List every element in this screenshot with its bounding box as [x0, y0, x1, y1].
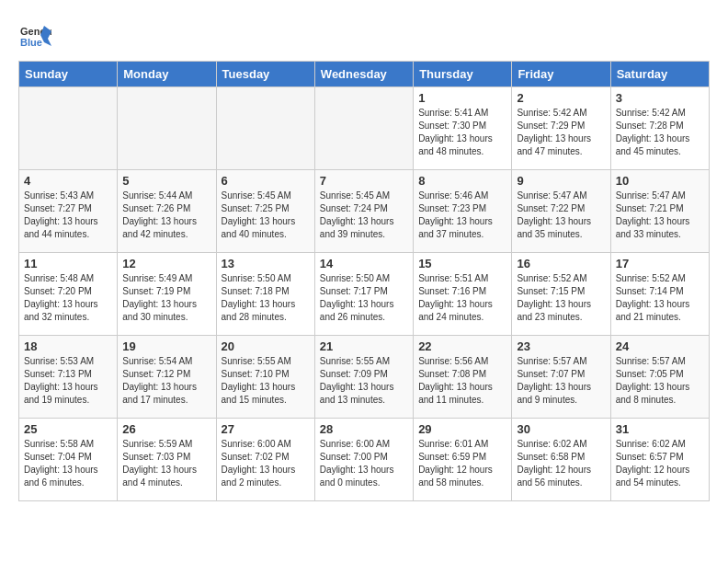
- day-info: Sunrise: 5:48 AM Sunset: 7:20 PM Dayligh…: [24, 272, 112, 324]
- calendar-cell: 31Sunrise: 6:02 AM Sunset: 6:57 PM Dayli…: [610, 419, 709, 501]
- day-info: Sunrise: 5:57 AM Sunset: 7:05 PM Dayligh…: [616, 355, 704, 407]
- calendar-cell: 17Sunrise: 5:52 AM Sunset: 7:14 PM Dayli…: [610, 253, 709, 336]
- calendar-cell: 5Sunrise: 5:44 AM Sunset: 7:26 PM Daylig…: [118, 170, 216, 253]
- day-number: 19: [122, 339, 210, 353]
- calendar-cell: 18Sunrise: 5:53 AM Sunset: 7:13 PM Dayli…: [19, 336, 118, 419]
- calendar-cell: 8Sunrise: 5:46 AM Sunset: 7:23 PM Daylig…: [414, 170, 512, 253]
- calendar-cell: 7Sunrise: 5:45 AM Sunset: 7:24 PM Daylig…: [314, 170, 413, 253]
- day-number: 18: [24, 339, 112, 353]
- weekday-header-friday: Friday: [512, 62, 610, 87]
- day-info: Sunrise: 5:45 AM Sunset: 7:24 PM Dayligh…: [320, 190, 408, 241]
- calendar-cell: [118, 87, 216, 170]
- day-info: Sunrise: 5:44 AM Sunset: 7:26 PM Dayligh…: [122, 190, 210, 241]
- calendar-cell: 13Sunrise: 5:50 AM Sunset: 7:18 PM Dayli…: [216, 253, 314, 336]
- day-info: Sunrise: 5:42 AM Sunset: 7:28 PM Dayligh…: [616, 107, 704, 158]
- day-info: Sunrise: 5:43 AM Sunset: 7:27 PM Dayligh…: [24, 190, 112, 241]
- day-number: 21: [320, 339, 408, 353]
- weekday-header-saturday: Saturday: [610, 62, 709, 87]
- day-info: Sunrise: 5:59 AM Sunset: 7:03 PM Dayligh…: [122, 438, 210, 489]
- calendar-cell: 6Sunrise: 5:45 AM Sunset: 7:25 PM Daylig…: [216, 170, 314, 253]
- week-row-4: 18Sunrise: 5:53 AM Sunset: 7:13 PM Dayli…: [19, 336, 710, 419]
- day-number: 9: [517, 174, 605, 188]
- calendar-cell: 28Sunrise: 6:00 AM Sunset: 7:00 PM Dayli…: [314, 419, 413, 501]
- calendar-cell: [19, 87, 118, 170]
- day-number: 8: [418, 174, 506, 188]
- day-number: 15: [418, 257, 506, 270]
- day-info: Sunrise: 5:54 AM Sunset: 7:12 PM Dayligh…: [122, 355, 210, 407]
- day-info: Sunrise: 6:01 AM Sunset: 6:59 PM Dayligh…: [418, 438, 506, 489]
- day-info: Sunrise: 5:50 AM Sunset: 7:17 PM Dayligh…: [320, 272, 408, 324]
- day-number: 5: [122, 174, 210, 188]
- day-info: Sunrise: 5:41 AM Sunset: 7:30 PM Dayligh…: [418, 107, 506, 158]
- day-number: 31: [616, 422, 704, 436]
- weekday-header-wednesday: Wednesday: [314, 62, 413, 87]
- day-number: 25: [24, 422, 112, 436]
- calendar-cell: 2Sunrise: 5:42 AM Sunset: 7:29 PM Daylig…: [512, 87, 610, 170]
- day-number: 12: [122, 257, 210, 270]
- calendar-cell: 11Sunrise: 5:48 AM Sunset: 7:20 PM Dayli…: [19, 253, 118, 336]
- calendar-cell: 1Sunrise: 5:41 AM Sunset: 7:30 PM Daylig…: [414, 87, 512, 170]
- calendar-cell: 22Sunrise: 5:56 AM Sunset: 7:08 PM Dayli…: [414, 336, 512, 419]
- week-row-5: 25Sunrise: 5:58 AM Sunset: 7:04 PM Dayli…: [19, 419, 710, 501]
- day-info: Sunrise: 6:02 AM Sunset: 6:58 PM Dayligh…: [517, 438, 605, 489]
- day-number: 20: [222, 339, 310, 353]
- day-info: Sunrise: 5:52 AM Sunset: 7:15 PM Dayligh…: [517, 272, 605, 324]
- week-row-1: 1Sunrise: 5:41 AM Sunset: 7:30 PM Daylig…: [19, 87, 710, 170]
- day-info: Sunrise: 5:56 AM Sunset: 7:08 PM Dayligh…: [418, 355, 506, 407]
- day-number: 23: [517, 339, 605, 353]
- day-number: 16: [517, 257, 605, 270]
- calendar-cell: 12Sunrise: 5:49 AM Sunset: 7:19 PM Dayli…: [118, 253, 216, 336]
- calendar-cell: 19Sunrise: 5:54 AM Sunset: 7:12 PM Dayli…: [118, 336, 216, 419]
- day-info: Sunrise: 5:53 AM Sunset: 7:13 PM Dayligh…: [24, 355, 112, 407]
- day-number: 3: [616, 91, 704, 105]
- logo: General Blue: [18, 18, 55, 52]
- day-info: Sunrise: 6:00 AM Sunset: 7:02 PM Dayligh…: [222, 438, 310, 489]
- calendar-cell: 4Sunrise: 5:43 AM Sunset: 7:27 PM Daylig…: [19, 170, 118, 253]
- day-number: 2: [517, 91, 605, 105]
- day-number: 26: [122, 422, 210, 436]
- calendar-cell: 20Sunrise: 5:55 AM Sunset: 7:10 PM Dayli…: [216, 336, 314, 419]
- calendar-cell: 14Sunrise: 5:50 AM Sunset: 7:17 PM Dayli…: [314, 253, 413, 336]
- calendar-cell: [216, 87, 314, 170]
- weekday-header-tuesday: Tuesday: [216, 62, 314, 87]
- calendar-table: SundayMondayTuesdayWednesdayThursdayFrid…: [18, 61, 710, 501]
- calendar-cell: 9Sunrise: 5:47 AM Sunset: 7:22 PM Daylig…: [512, 170, 610, 253]
- page-header: General Blue: [18, 18, 710, 52]
- calendar-cell: 25Sunrise: 5:58 AM Sunset: 7:04 PM Dayli…: [19, 419, 118, 501]
- day-info: Sunrise: 5:49 AM Sunset: 7:19 PM Dayligh…: [122, 272, 210, 324]
- day-info: Sunrise: 5:50 AM Sunset: 7:18 PM Dayligh…: [222, 272, 310, 324]
- weekday-header-thursday: Thursday: [414, 62, 512, 87]
- day-info: Sunrise: 6:02 AM Sunset: 6:57 PM Dayligh…: [616, 438, 704, 489]
- weekday-header-row: SundayMondayTuesdayWednesdayThursdayFrid…: [19, 62, 710, 87]
- day-info: Sunrise: 5:42 AM Sunset: 7:29 PM Dayligh…: [517, 107, 605, 158]
- day-number: 1: [418, 91, 506, 105]
- week-row-2: 4Sunrise: 5:43 AM Sunset: 7:27 PM Daylig…: [19, 170, 710, 253]
- week-row-3: 11Sunrise: 5:48 AM Sunset: 7:20 PM Dayli…: [19, 253, 710, 336]
- logo-icon: General Blue: [18, 18, 51, 52]
- calendar-cell: 26Sunrise: 5:59 AM Sunset: 7:03 PM Dayli…: [118, 419, 216, 501]
- day-info: Sunrise: 5:51 AM Sunset: 7:16 PM Dayligh…: [418, 272, 506, 324]
- day-number: 14: [320, 257, 408, 270]
- day-info: Sunrise: 5:55 AM Sunset: 7:09 PM Dayligh…: [320, 355, 408, 407]
- day-number: 7: [320, 174, 408, 188]
- day-info: Sunrise: 5:57 AM Sunset: 7:07 PM Dayligh…: [517, 355, 605, 407]
- day-info: Sunrise: 5:46 AM Sunset: 7:23 PM Dayligh…: [418, 190, 506, 241]
- day-number: 6: [222, 174, 310, 188]
- calendar-cell: 24Sunrise: 5:57 AM Sunset: 7:05 PM Dayli…: [610, 336, 709, 419]
- day-number: 11: [24, 257, 112, 270]
- weekday-header-monday: Monday: [118, 62, 216, 87]
- day-info: Sunrise: 5:55 AM Sunset: 7:10 PM Dayligh…: [222, 355, 310, 407]
- calendar-cell: [314, 87, 413, 170]
- calendar-cell: 23Sunrise: 5:57 AM Sunset: 7:07 PM Dayli…: [512, 336, 610, 419]
- day-number: 4: [24, 174, 112, 188]
- day-info: Sunrise: 6:00 AM Sunset: 7:00 PM Dayligh…: [320, 438, 408, 489]
- day-number: 22: [418, 339, 506, 353]
- calendar-cell: 15Sunrise: 5:51 AM Sunset: 7:16 PM Dayli…: [414, 253, 512, 336]
- day-info: Sunrise: 5:47 AM Sunset: 7:22 PM Dayligh…: [517, 190, 605, 241]
- day-number: 28: [320, 422, 408, 436]
- calendar-cell: 27Sunrise: 6:00 AM Sunset: 7:02 PM Dayli…: [216, 419, 314, 501]
- day-number: 10: [616, 174, 704, 188]
- day-number: 24: [616, 339, 704, 353]
- calendar-cell: 21Sunrise: 5:55 AM Sunset: 7:09 PM Dayli…: [314, 336, 413, 419]
- day-number: 27: [222, 422, 310, 436]
